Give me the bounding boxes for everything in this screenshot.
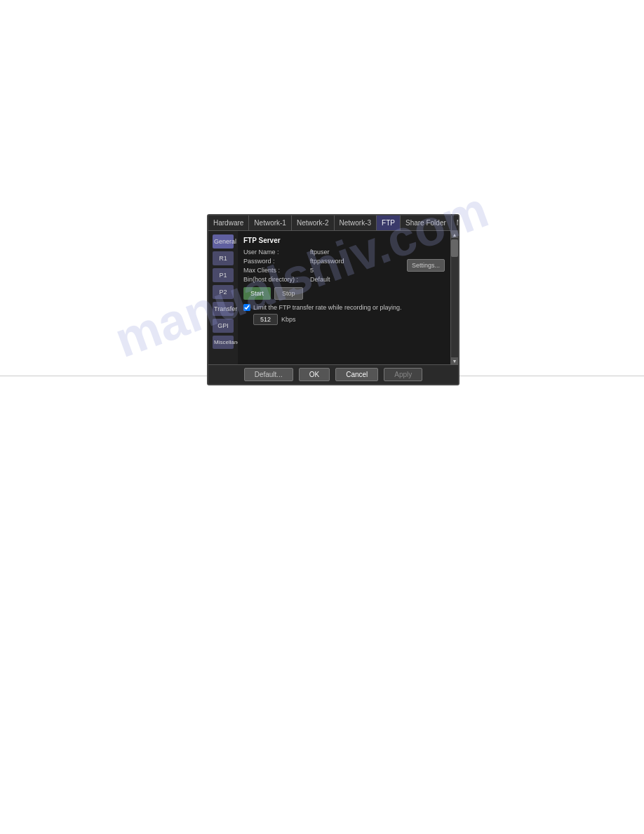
max-clients-label: Max Clients : bbox=[243, 267, 310, 274]
scrollbar-thumb[interactable] bbox=[451, 239, 458, 257]
sidebar: General R1 P1 P2 Transfer GPI Miscellane… bbox=[208, 231, 238, 364]
kbps-row: Kbps bbox=[253, 314, 445, 325]
start-stop-row: Start Stop bbox=[243, 287, 445, 300]
sidebar-btn-p1[interactable]: P1 bbox=[213, 268, 234, 282]
sidebar-btn-r1[interactable]: R1 bbox=[213, 251, 234, 265]
ftp-content: FTP Server Settings... User Name : ftpus… bbox=[238, 231, 450, 364]
sidebar-btn-p2[interactable]: P2 bbox=[213, 285, 234, 299]
sidebar-btn-general[interactable]: General bbox=[213, 234, 234, 249]
tab-ftp[interactable]: FTP bbox=[377, 216, 401, 230]
tab-bar: Hardware Network-1 Network-2 Network-3 F… bbox=[208, 216, 458, 231]
tab-share-folder[interactable]: Share Folder bbox=[401, 216, 452, 230]
tab-network1[interactable]: Network-1 bbox=[249, 216, 292, 230]
apply-button[interactable]: Apply bbox=[384, 368, 422, 381]
ftp-server-title: FTP Server bbox=[243, 237, 445, 244]
sidebar-btn-transfer[interactable]: Transfer bbox=[213, 302, 234, 316]
scroll-down-arrow[interactable]: ▼ bbox=[451, 357, 458, 364]
user-name-value: ftpuser bbox=[310, 249, 330, 256]
tab-misc[interactable]: Misc. bbox=[452, 216, 459, 230]
default-button[interactable]: Default... bbox=[244, 368, 293, 381]
user-name-row: User Name : ftpuser bbox=[243, 249, 445, 256]
scroll-up-arrow[interactable]: ▲ bbox=[451, 231, 458, 238]
max-clients-value: 5 bbox=[310, 267, 314, 274]
cancel-button[interactable]: Cancel bbox=[335, 368, 378, 381]
limit-checkbox-row: Limit the FTP transfer rate while record… bbox=[243, 304, 445, 311]
tab-network3[interactable]: Network-3 bbox=[335, 216, 377, 230]
limit-checkbox-label: Limit the FTP transfer rate while record… bbox=[253, 304, 401, 311]
kbps-input[interactable] bbox=[253, 314, 278, 325]
bin-host-dir-value: Default bbox=[310, 276, 330, 283]
bin-host-dir-row: Bin(host directory) : Default bbox=[243, 276, 445, 283]
password-value: ftppassword bbox=[310, 258, 344, 265]
scrollbar[interactable]: ▲ ▼ bbox=[450, 231, 458, 364]
sidebar-btn-miscellaneous[interactable]: Miscellaneous bbox=[213, 336, 234, 349]
password-label: Password : bbox=[243, 258, 310, 265]
bottom-button-bar: Default... OK Cancel Apply bbox=[208, 364, 458, 384]
start-button[interactable]: Start bbox=[243, 287, 271, 300]
limit-checkbox[interactable] bbox=[243, 304, 250, 311]
bin-host-dir-label: Bin(host directory) : bbox=[243, 276, 310, 283]
kbps-unit-label: Kbps bbox=[281, 316, 296, 323]
dialog-window: Hardware Network-1 Network-2 Network-3 F… bbox=[207, 214, 459, 385]
user-name-label: User Name : bbox=[243, 249, 310, 256]
ok-button[interactable]: OK bbox=[299, 368, 330, 381]
tab-hardware[interactable]: Hardware bbox=[208, 216, 249, 230]
stop-button[interactable]: Stop bbox=[274, 287, 303, 300]
sidebar-btn-gpi[interactable]: GPI bbox=[213, 319, 234, 333]
tab-network2[interactable]: Network-2 bbox=[292, 216, 335, 230]
settings-button[interactable]: Settings... bbox=[407, 259, 445, 272]
